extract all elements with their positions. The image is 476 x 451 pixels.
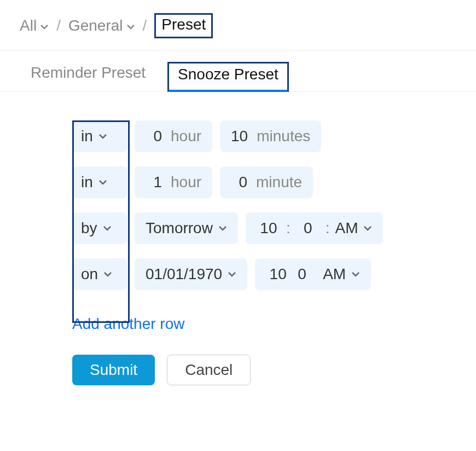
- cancel-button[interactable]: Cancel: [167, 355, 251, 385]
- chevron-down-icon: [98, 178, 107, 187]
- breadcrumb-all-label: All: [20, 17, 37, 34]
- preset-row: on 01/01/1970 10 0 AM: [72, 258, 383, 290]
- day-select[interactable]: Tomorrow: [135, 212, 238, 244]
- mode-value: on: [81, 265, 98, 283]
- hours-value: 0: [146, 128, 162, 145]
- mode-value: in: [81, 174, 93, 191]
- minute-unit-label: minutes: [257, 128, 310, 145]
- preset-form: in 0 hour 10 minutes in 1 hour 0: [0, 92, 476, 392]
- breadcrumb-general-label: General: [68, 17, 123, 34]
- chevron-down-icon: [40, 22, 49, 31]
- hours-field[interactable]: 1 hour: [135, 166, 212, 198]
- hour-unit-label: hour: [171, 174, 201, 191]
- chevron-down-icon: [103, 270, 112, 279]
- submit-button[interactable]: Submit: [72, 355, 155, 385]
- chevron-down-icon: [98, 132, 107, 141]
- breadcrumb-separator: /: [56, 17, 61, 34]
- date-value: 01/01/1970: [146, 265, 222, 283]
- hour-value: 10: [257, 219, 281, 237]
- tab-reminder-preset[interactable]: Reminder Preset: [28, 62, 148, 91]
- time-field[interactable]: 10 : 0 : AM: [246, 212, 384, 244]
- time-separator: :: [286, 219, 291, 237]
- minutes-field[interactable]: 0 minute: [220, 166, 313, 198]
- mode-select[interactable]: on: [72, 258, 127, 290]
- chevron-down-icon: [126, 22, 135, 31]
- add-row-button[interactable]: Add another row: [72, 315, 461, 333]
- tab-snooze-preset[interactable]: Snooze Preset: [167, 62, 289, 92]
- hour-unit-label: hour: [171, 128, 201, 145]
- minutes-value: 10: [231, 128, 248, 145]
- preset-row: in 1 hour 0 minute: [72, 166, 383, 198]
- chevron-down-icon: [103, 224, 112, 233]
- mode-value: in: [81, 128, 93, 145]
- preset-row: in 0 hour 10 minutes: [72, 120, 383, 152]
- minute-value: 0: [296, 219, 320, 237]
- chevron-down-icon: [228, 270, 236, 279]
- tabs: Reminder Preset Snooze Preset: [0, 51, 476, 92]
- mode-value: by: [81, 219, 97, 237]
- form-actions: Submit Cancel: [72, 355, 461, 385]
- day-value: Tomorrow: [146, 219, 213, 237]
- chevron-down-icon: [218, 224, 227, 233]
- hours-value: 1: [146, 174, 162, 191]
- breadcrumb: All / General / Preset: [0, 0, 476, 50]
- mode-select[interactable]: in: [72, 120, 127, 152]
- hours-field[interactable]: 0 hour: [135, 120, 212, 152]
- time-field[interactable]: 10 0 AM: [255, 258, 371, 290]
- minutes-field[interactable]: 10 minutes: [220, 120, 321, 152]
- mode-select[interactable]: in: [72, 166, 127, 198]
- preset-row: by Tomorrow 10 : 0 : AM: [72, 212, 383, 244]
- date-select[interactable]: 01/01/1970: [135, 258, 247, 290]
- breadcrumb-separator: /: [143, 17, 147, 34]
- time-separator: :: [326, 219, 330, 237]
- ampm-value: AM: [335, 219, 358, 237]
- breadcrumb-general[interactable]: General: [68, 17, 135, 34]
- chevron-down-icon: [351, 270, 360, 279]
- chevron-down-icon: [363, 224, 372, 233]
- breadcrumb-all[interactable]: All: [20, 17, 49, 34]
- minutes-value: 0: [231, 174, 247, 191]
- breadcrumb-current: Preset: [154, 13, 213, 38]
- mode-select[interactable]: by: [72, 212, 127, 244]
- hour-value: 10: [266, 265, 290, 283]
- minute-value: 0: [290, 265, 314, 283]
- ampm-value: AM: [323, 265, 346, 283]
- minute-unit-label: minute: [256, 174, 302, 191]
